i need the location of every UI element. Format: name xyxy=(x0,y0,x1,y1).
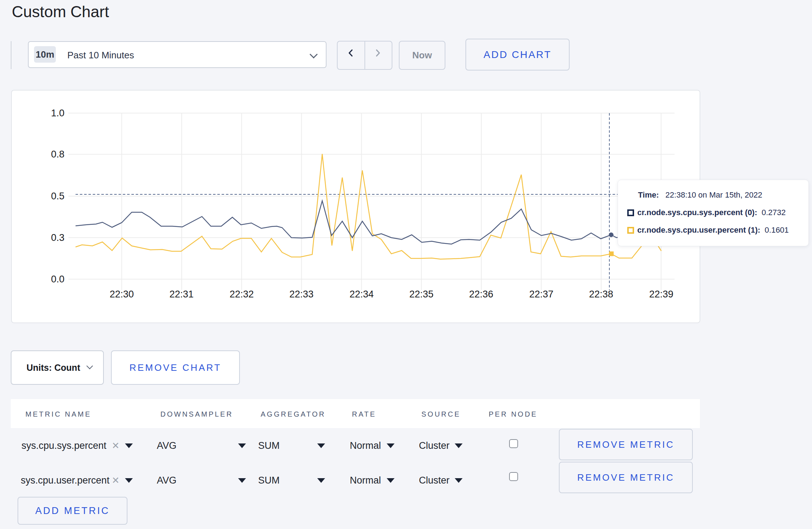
svg-text:22:34: 22:34 xyxy=(349,289,374,300)
svg-text:22:39: 22:39 xyxy=(649,289,673,300)
svg-text:22:37: 22:37 xyxy=(529,289,554,300)
svg-text:22:30: 22:30 xyxy=(110,289,134,300)
svg-text:0.3: 0.3 xyxy=(51,232,64,243)
svg-text:22:38: 22:38 xyxy=(589,289,613,300)
svg-text:0.5: 0.5 xyxy=(51,191,64,202)
svg-text:1.0: 1.0 xyxy=(51,108,64,118)
svg-text:0.0: 0.0 xyxy=(51,274,64,285)
svg-text:22:35: 22:35 xyxy=(409,289,434,300)
svg-text:0.8: 0.8 xyxy=(51,149,64,160)
svg-text:22:36: 22:36 xyxy=(469,289,493,300)
svg-text:22:33: 22:33 xyxy=(289,289,314,300)
svg-text:22:32: 22:32 xyxy=(229,289,254,300)
svg-text:22:31: 22:31 xyxy=(169,289,194,300)
